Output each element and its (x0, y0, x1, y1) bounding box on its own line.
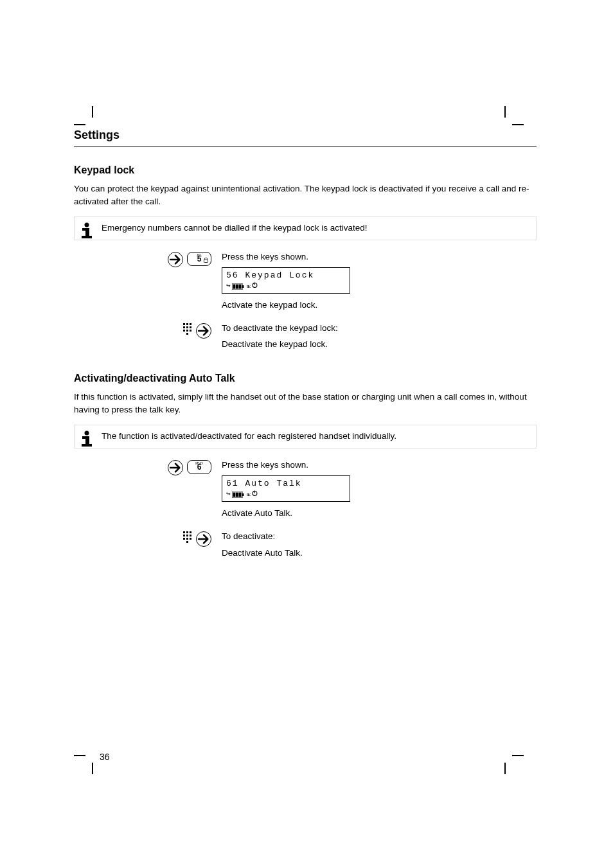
step-row-press: JKL 5 Press the keys shown. 56 Keypad Lo… (74, 251, 537, 315)
svg-rect-29 (236, 493, 238, 497)
svg-rect-15 (183, 326, 185, 328)
info-icon (80, 429, 94, 451)
svg-rect-8 (236, 285, 238, 289)
crop-mark-bl (74, 755, 93, 774)
svg-rect-37 (186, 535, 188, 536)
svg-rect-42 (186, 541, 188, 543)
keypad-grid-icon (183, 323, 192, 339)
lock-icon (204, 258, 208, 263)
step-row-press: MNO 6 Press the keys shown. 61 Auto Talk… (74, 459, 537, 524)
svg-rect-7 (233, 285, 235, 289)
lcd-line2: ↪ ⲃⲕ (226, 281, 346, 292)
svg-rect-3 (82, 236, 92, 238)
section-title: Keypad lock (74, 164, 537, 176)
svg-rect-39 (183, 538, 185, 540)
header-title: Settings (74, 128, 537, 142)
step-text-activate: Activate the keypad lock. (222, 299, 537, 312)
page-number: 36 (100, 752, 110, 762)
lcd-display: 61 Auto Talk ↪ ⲃⲕ (222, 475, 350, 502)
step-deactivate-heading: To deactivate: (222, 530, 537, 543)
svg-rect-4 (204, 260, 208, 263)
section-keypad-lock: Keypad lock You can protect the keypad a… (74, 164, 537, 355)
arrow-right-key-icon (168, 460, 183, 475)
step-text: Press the keys shown. (222, 459, 537, 472)
svg-rect-13 (186, 323, 188, 325)
svg-rect-30 (238, 493, 241, 497)
svg-rect-35 (190, 531, 191, 533)
info-box: The function is activated/deactivated fo… (74, 425, 537, 448)
section-description: If this function is activated, simply li… (74, 391, 537, 416)
battery-icon (232, 492, 245, 498)
lcd-line1: 61 Auto Talk (226, 478, 346, 490)
svg-rect-16 (186, 326, 188, 328)
crop-mark-br (504, 755, 524, 774)
keypad-5-key-icon: JKL 5 (187, 252, 211, 266)
info-box: Emergency numbers cannot be dialled if t… (74, 217, 537, 240)
svg-rect-21 (186, 333, 188, 335)
svg-rect-19 (186, 330, 188, 332)
power-icon (252, 281, 258, 292)
svg-rect-34 (186, 531, 188, 533)
keypad-6-key-icon: MNO 6 (187, 460, 211, 474)
page-content: Settings Keypad lock You can protect the… (74, 90, 537, 569)
info-icon (80, 221, 94, 243)
svg-rect-36 (183, 535, 185, 536)
step-deactivate-text: Deactivate the keypad lock. (222, 338, 537, 351)
step-text-activate: Activate Auto Talk. (222, 507, 537, 520)
svg-rect-40 (186, 538, 188, 540)
page-header: Settings (74, 128, 537, 146)
section-description: You can protect the keypad against unint… (74, 182, 537, 208)
arrow-right-key-icon (196, 323, 211, 339)
arrow-right-key-icon (168, 252, 183, 267)
lcd-line2: ↪ ⲃⲕ (226, 490, 346, 500)
goto-icon: ↪ (226, 490, 231, 500)
book-icon: ⲃⲕ (247, 491, 251, 499)
svg-rect-27 (242, 493, 244, 496)
svg-rect-28 (233, 493, 235, 497)
svg-point-0 (85, 223, 89, 227)
svg-point-22 (85, 431, 89, 436)
svg-rect-17 (190, 326, 191, 328)
section-auto-talk: Activating/deactivating Auto Talk If thi… (74, 373, 537, 563)
battery-icon (232, 283, 245, 290)
svg-rect-2 (85, 228, 89, 236)
book-icon: ⲃⲕ (247, 283, 251, 291)
info-text: Emergency numbers cannot be dialled if t… (102, 223, 367, 233)
goto-icon: ↪ (226, 281, 231, 292)
lcd-line1: 56 Keypad Lock (226, 270, 346, 282)
info-text: The function is activated/deactivated fo… (102, 431, 396, 441)
step-text: Press the keys shown. (222, 251, 537, 263)
svg-rect-33 (183, 531, 185, 533)
svg-rect-6 (242, 285, 244, 288)
lcd-display: 56 Keypad Lock ↪ ⲃⲕ (222, 267, 350, 294)
step-deactivate-text: Deactivate Auto Talk. (222, 547, 537, 560)
svg-rect-18 (183, 330, 185, 332)
svg-rect-14 (190, 323, 191, 325)
arrow-right-key-icon (196, 531, 211, 547)
step-row-deactivate: To deactivate: Deactivate Auto Talk. (74, 530, 537, 563)
keypad-grid-icon (183, 531, 192, 547)
power-icon (252, 490, 258, 500)
section-title: Activating/deactivating Auto Talk (74, 373, 537, 384)
svg-rect-38 (190, 535, 191, 536)
step-row-deactivate: To deactivate the keypad lock: Deactivat… (74, 322, 537, 355)
svg-rect-12 (183, 323, 185, 325)
svg-rect-25 (82, 444, 92, 447)
svg-rect-24 (85, 436, 89, 444)
svg-rect-20 (190, 330, 191, 332)
svg-rect-41 (190, 538, 191, 540)
svg-rect-9 (238, 285, 241, 289)
step-deactivate-heading: To deactivate the keypad lock: (222, 322, 537, 335)
